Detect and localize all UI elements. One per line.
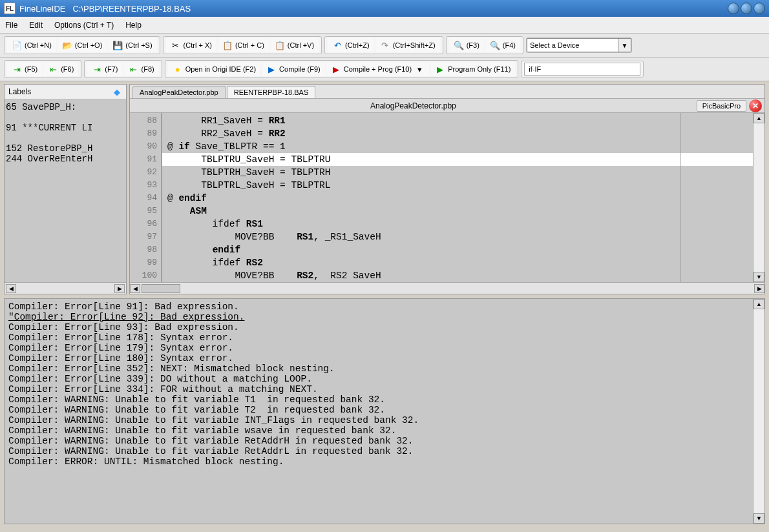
menu-help[interactable]: Help xyxy=(125,21,142,30)
indent-icon: ⇥ xyxy=(92,64,102,74)
device-select[interactable]: ▼ xyxy=(527,38,631,52)
code-text[interactable]: RR1_SaveH = RR1 RR2_SaveH = RR2@ if Save… xyxy=(162,113,753,282)
outdent-icon: ⇤ xyxy=(48,64,58,74)
labels-header[interactable]: Labels ◆ xyxy=(5,85,126,99)
line-gutter: 888990919293949596979899100 xyxy=(130,113,162,282)
program-only-button[interactable]: ▶Program Only (F11) xyxy=(430,62,515,76)
open-button[interactable]: 📂(Ctrl +O) xyxy=(58,38,107,52)
output-text[interactable]: Compiler: Error[Line 91]: Bad expression… xyxy=(5,299,753,524)
find-next-button[interactable]: 🔍(F4) xyxy=(485,38,520,52)
window-title: FineLineIDE C:\PBP\REENTERPBP-18.BAS xyxy=(19,4,728,14)
labels-hscroll[interactable]: ◀ ▶ xyxy=(5,282,126,294)
menu-options[interactable]: Options (Ctrl + T) xyxy=(54,21,114,30)
scroll-down-icon[interactable]: ▼ xyxy=(753,513,764,524)
editor-header: AnalogPeakDetector.pbp PicBasicPro ✕ xyxy=(130,99,764,113)
compile-prog-button[interactable]: ▶Compile + Prog (F10)▾ xyxy=(326,62,429,76)
scroll-right-icon[interactable]: ▶ xyxy=(114,284,125,293)
scroll-down-icon[interactable]: ▼ xyxy=(753,272,764,282)
output-panel: Compiler: Error[Line 91]: Bad expression… xyxy=(4,298,765,524)
code-area[interactable]: 888990919293949596979899100 RR1_SaveH = … xyxy=(130,113,764,282)
tab-reenterpbp[interactable]: REENTERPBP-18.BAS xyxy=(227,86,316,98)
chevron-down-icon[interactable]: ▾ xyxy=(414,64,425,74)
snippet-box[interactable]: if-IF xyxy=(524,63,640,76)
diamond-icon: ◆ xyxy=(112,87,122,97)
labels-list[interactable]: 65 SavePBP_H: 91 ***CURRENT LI 152 Resto… xyxy=(5,99,126,282)
indent-icon: ⇥ xyxy=(12,64,22,74)
undo-button[interactable]: ↶(Ctrl+Z) xyxy=(328,38,374,52)
scroll-up-icon[interactable]: ▲ xyxy=(753,113,764,123)
circle-icon: ● xyxy=(173,64,183,74)
cut-icon: ✂ xyxy=(171,40,181,50)
undo-icon: ↶ xyxy=(332,40,342,50)
paste-button[interactable]: 📋(Ctrl +V) xyxy=(270,38,319,52)
menubar: File Edit Options (Ctrl + T) Help xyxy=(0,17,769,34)
cut-button[interactable]: ✂(Ctrl + X) xyxy=(166,38,216,52)
menu-file[interactable]: File xyxy=(5,21,17,30)
output-vscroll[interactable]: ▲ ▼ xyxy=(753,299,764,524)
editor-filename: AnalogPeakDetector.pbp xyxy=(130,101,697,110)
find-button[interactable]: 🔍(F3) xyxy=(449,38,484,52)
indent-f5-button[interactable]: ⇥(F5) xyxy=(7,62,42,76)
device-select-input[interactable] xyxy=(527,39,618,52)
close-editor-button[interactable]: ✕ xyxy=(749,99,762,112)
editor-hscroll[interactable]: ◀ ▶ xyxy=(130,282,764,294)
new-file-icon: 📄 xyxy=(12,40,22,50)
scroll-left-icon[interactable]: ◀ xyxy=(6,284,16,293)
editor-vscroll[interactable]: ▲ ▼ xyxy=(753,113,764,282)
redo-icon: ↷ xyxy=(380,40,390,50)
play-icon: ▶ xyxy=(435,64,445,74)
toolbar-row-2: ⇥(F5) ⇤(F6) ⇥(F7) ⇤(F8) ●Open in Origi I… xyxy=(0,57,769,81)
menu-edit[interactable]: Edit xyxy=(29,21,43,30)
outdent-f6-button[interactable]: ⇤(F6) xyxy=(43,62,78,76)
search-next-icon: 🔍 xyxy=(490,40,500,50)
search-icon: 🔍 xyxy=(454,40,464,50)
indent-f7-button[interactable]: ⇥(F7) xyxy=(87,62,122,76)
paste-icon: 📋 xyxy=(275,40,285,50)
maximize-button[interactable] xyxy=(741,3,752,14)
copy-icon: 📋 xyxy=(222,40,233,50)
minimize-button[interactable] xyxy=(728,3,739,14)
scroll-thumb[interactable] xyxy=(142,284,180,293)
play-icon: ▶ xyxy=(266,64,277,74)
editor-panel: AnalogPeakDetector.pbp REENTERPBP-18.BAS… xyxy=(129,84,765,294)
titlebar: FL FineLineIDE C:\PBP\REENTERPBP-18.BAS xyxy=(0,0,769,17)
dropdown-arrow-icon[interactable]: ▼ xyxy=(618,39,631,52)
labels-panel: Labels ◆ 65 SavePBP_H: 91 ***CURRENT LI … xyxy=(4,84,127,294)
toolbar-row-1: 📄(Ctrl +N) 📂(Ctrl +O) 💾(Ctrl +S) ✂(Ctrl … xyxy=(0,34,769,57)
redo-button[interactable]: ↷(Ctrl+Shift+Z) xyxy=(375,38,440,52)
file-tabs: AnalogPeakDetector.pbp REENTERPBP-18.BAS xyxy=(130,85,764,99)
open-folder-icon: 📂 xyxy=(62,40,72,50)
margin-line xyxy=(680,113,680,282)
open-origi-button[interactable]: ●Open in Origi IDE (F2) xyxy=(168,62,260,76)
copy-button[interactable]: 📋(Ctrl + C) xyxy=(218,38,269,52)
scroll-up-icon[interactable]: ▲ xyxy=(753,299,764,309)
outdent-icon: ⇤ xyxy=(129,64,139,74)
close-button[interactable] xyxy=(753,3,765,14)
play-icon: ▶ xyxy=(331,64,341,74)
save-button[interactable]: 💾(Ctrl +S) xyxy=(108,38,156,52)
tab-analogpeak[interactable]: AnalogPeakDetector.pbp xyxy=(132,86,226,98)
language-badge[interactable]: PicBasicPro xyxy=(697,100,746,112)
save-icon: 💾 xyxy=(112,40,123,50)
app-icon: FL xyxy=(4,3,16,14)
labels-title: Labels xyxy=(8,87,31,96)
scroll-left-icon[interactable]: ◀ xyxy=(130,284,140,293)
new-button[interactable]: 📄(Ctrl +N) xyxy=(7,38,56,52)
outdent-f8-button[interactable]: ⇤(F8) xyxy=(124,62,159,76)
scroll-right-icon[interactable]: ▶ xyxy=(754,284,764,293)
compile-button[interactable]: ▶Compile (F9) xyxy=(262,62,325,76)
